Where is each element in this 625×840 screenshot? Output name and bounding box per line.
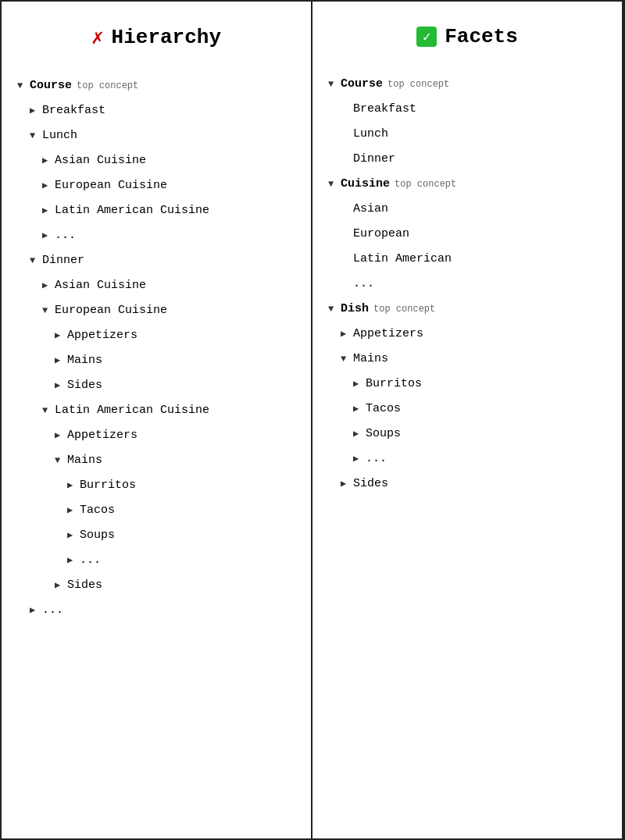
arrow-right-icon: ▶ (67, 553, 77, 568)
item-label: Soups (366, 425, 401, 443)
arrow-down-icon: ▼ (328, 77, 338, 92)
arrow-right-icon: ▶ (42, 154, 52, 169)
item-label: Tacos (366, 400, 401, 418)
arrow-right-icon: ▶ (353, 427, 362, 442)
list-item: ▶Sides (55, 573, 295, 598)
item-label: Dinner (353, 150, 395, 169)
arrow-right-icon: ▶ (341, 327, 350, 342)
arrow-right-icon: ▶ (55, 429, 64, 443)
list-item: ▶Dinner (341, 147, 606, 172)
arrow-down-icon: ▼ (30, 129, 39, 144)
list-item: ▶Burritos (353, 372, 606, 397)
item-label: Mains (67, 451, 102, 470)
arrow-down-icon: ▼ (55, 454, 64, 468)
item-label: Lunch (353, 125, 388, 144)
arrow-right-icon: ▶ (55, 578, 64, 593)
item-label: Burritos (366, 375, 422, 393)
item-label: Sides (67, 576, 102, 595)
arrow-right-icon: ▶ (67, 504, 77, 518)
list-item: ▼Mains (341, 347, 606, 372)
item-label: Latin American (353, 250, 452, 269)
facets-label: Facets (445, 25, 518, 48)
list-item: ▶Asian (341, 197, 606, 222)
list-item: ▶... (67, 548, 295, 573)
item-label: Latin American Cuisine (55, 201, 209, 220)
list-item: ▶Mains (55, 348, 295, 373)
arrow-right-icon: ▶ (42, 279, 52, 294)
item-label: Tacos (80, 501, 115, 520)
facets-title: ✓ Facets (328, 25, 606, 48)
list-item: ▶... (353, 447, 606, 472)
check-icon: ✓ (416, 27, 437, 47)
facets-panel: ✓ Facets ▼Coursetop concept▶Breakfast▶Lu… (312, 2, 623, 838)
list-item: ▶Asian Cuisine (42, 148, 295, 173)
hierarchy-tree: ▼Coursetop concept▶Breakfast▼Lunch▶Asian… (17, 73, 295, 623)
list-item: ▶... (30, 598, 295, 623)
list-item: ▼Latin American Cuisine (42, 398, 295, 423)
facets-tree: ▼Coursetop concept▶Breakfast▶Lunch▶Dinne… (328, 72, 606, 497)
item-label: ... (42, 601, 63, 620)
arrow-right-icon: ▶ (353, 452, 362, 467)
top-concept-badge: top concept (77, 79, 138, 94)
list-item: ▶Tacos (353, 397, 606, 422)
item-label: ... (80, 551, 101, 570)
list-item: ▶Latin American Cuisine (42, 198, 295, 223)
list-item: ▶Latin American (341, 247, 606, 272)
x-icon: ✗ (91, 25, 104, 50)
list-item: ▶... (42, 223, 295, 248)
list-item: ▶Tacos (67, 498, 295, 523)
list-item: ▼Lunch (30, 123, 295, 148)
arrow-right-icon: ▶ (353, 377, 362, 392)
item-label: Asian Cuisine (55, 276, 146, 295)
item-label: Burritos (80, 476, 136, 495)
list-item: ▶Appetizers (55, 323, 295, 348)
item-label: Soups (80, 526, 115, 545)
arrow-down-icon: ▼ (341, 352, 350, 367)
item-label: Sides (353, 475, 388, 493)
item-label: European (353, 225, 409, 244)
arrow-right-icon: ▶ (42, 179, 52, 194)
list-item: ▶Soups (353, 422, 606, 447)
hierarchy-label: Hierarchy (112, 26, 221, 49)
list-item: ▶Burritos (67, 473, 295, 498)
item-label: European Cuisine (55, 301, 167, 320)
arrow-down-icon: ▼ (42, 404, 52, 418)
arrow-right-icon: ▶ (353, 402, 362, 417)
arrow-right-icon: ▶ (55, 354, 64, 368)
list-item: ▼European Cuisine (42, 298, 295, 323)
arrow-down-icon: ▼ (328, 302, 338, 317)
list-item: ▶Sides (55, 373, 295, 398)
list-item: ▼Cuisinetop concept (328, 172, 606, 197)
list-item: ▶Soups (67, 523, 295, 548)
list-item: ▼Dishtop concept (328, 297, 606, 322)
item-label: Appetizers (67, 426, 138, 445)
arrow-right-icon: ▶ (341, 477, 350, 492)
top-concept-badge: top concept (388, 77, 449, 92)
arrow-down-icon: ▼ (42, 304, 52, 319)
arrow-right-icon: ▶ (55, 379, 64, 393)
top-concept-badge: top concept (395, 177, 456, 192)
list-item: ▼Coursetop concept (17, 73, 295, 98)
arrow-right-icon: ▶ (30, 603, 39, 618)
list-item: ▶Sides (341, 472, 606, 497)
item-label: Latin American Cuisine (55, 401, 209, 420)
item-label: Asian Cuisine (55, 151, 146, 170)
item-label: Appetizers (353, 325, 423, 343)
list-item: ▶Breakfast (341, 97, 606, 122)
arrow-down-icon: ▼ (328, 177, 338, 192)
item-label: Dinner (42, 251, 84, 270)
item-label: Asian (353, 200, 388, 219)
item-label: Course (30, 77, 72, 95)
top-concept-badge: top concept (373, 302, 435, 317)
list-item: ▶Appetizers (341, 322, 606, 347)
item-label: Cuisine (341, 175, 390, 194)
arrow-right-icon: ▶ (67, 529, 77, 543)
list-item: ▶... (341, 272, 606, 297)
item-label: Lunch (42, 126, 77, 145)
list-item: ▶European Cuisine (42, 173, 295, 198)
arrow-right-icon: ▶ (42, 204, 52, 219)
item-label: Breakfast (353, 100, 416, 119)
arrow-down-icon: ▼ (30, 254, 39, 269)
item-label: Sides (67, 376, 102, 395)
hierarchy-title: ✗ Hierarchy (17, 25, 295, 50)
